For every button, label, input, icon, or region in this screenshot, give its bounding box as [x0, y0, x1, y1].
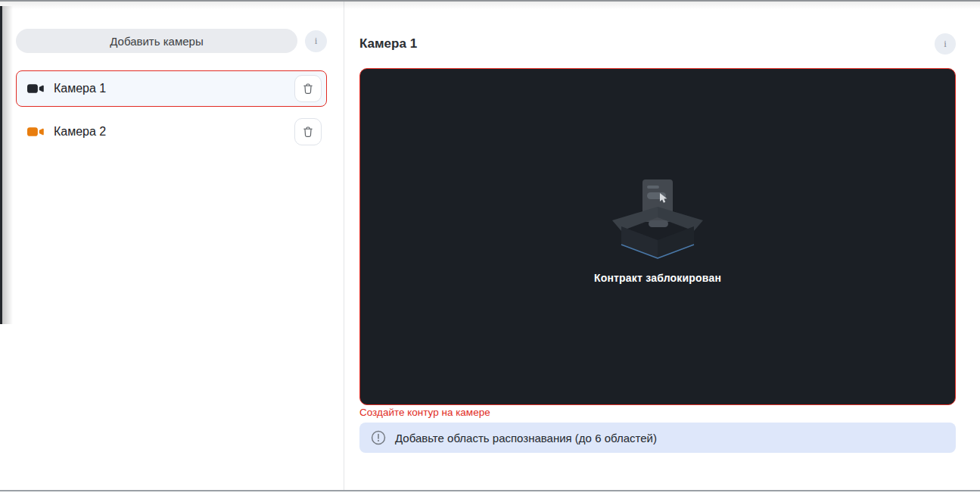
info-banner-text: Добавьте область распознавания (до 6 обл… — [395, 432, 657, 445]
preview-status-text: Контракт заблокирован — [594, 272, 721, 284]
camera-list-item-1[interactable]: Камера 1 — [16, 70, 327, 107]
sidebar-info-button[interactable]: i — [305, 30, 327, 52]
camera-name: Камера 2 — [54, 125, 294, 139]
sidebar-toolbar: Добавить камеры i — [16, 29, 327, 53]
validation-error-text: Создайте контур на камере — [359, 407, 490, 418]
trash-icon — [301, 125, 315, 139]
camera-preview-area[interactable]: Контракт заблокирован — [359, 68, 956, 405]
video-camera-icon — [27, 83, 45, 94]
bottom-window-border — [0, 490, 980, 491]
open-box-icon — [611, 179, 705, 260]
camera-sidebar: Добавить камеры i Камера 1 — [0, 2, 344, 490]
empty-state: Контракт заблокирован — [594, 179, 721, 284]
camera-settings-window: Добавить камеры i Камера 1 — [0, 0, 980, 496]
camera-list: Камера 1 Камера 2 — [16, 70, 327, 150]
camera-name: Камера 1 — [54, 82, 294, 95]
drawer-edge-shadow — [2, 6, 13, 324]
camera-info-button[interactable]: i — [935, 33, 956, 55]
delete-camera-button[interactable] — [294, 75, 322, 102]
page-title: Камера 1 — [359, 36, 417, 51]
trash-icon — [301, 82, 315, 95]
exclamation-circle-icon — [370, 429, 387, 446]
top-window-border — [0, 0, 980, 2]
info-banner: Добавьте область распознавания (до 6 обл… — [359, 423, 956, 453]
camera-list-item-2[interactable]: Камера 2 — [16, 114, 327, 150]
add-cameras-button[interactable]: Добавить камеры — [16, 29, 297, 53]
delete-camera-button[interactable] — [294, 118, 322, 145]
video-camera-icon — [27, 126, 45, 137]
camera-detail-header: Камера 1 i — [359, 30, 956, 58]
top-shadow — [0, 2, 980, 9]
camera-detail-panel: Камера 1 i — [359, 2, 956, 490]
